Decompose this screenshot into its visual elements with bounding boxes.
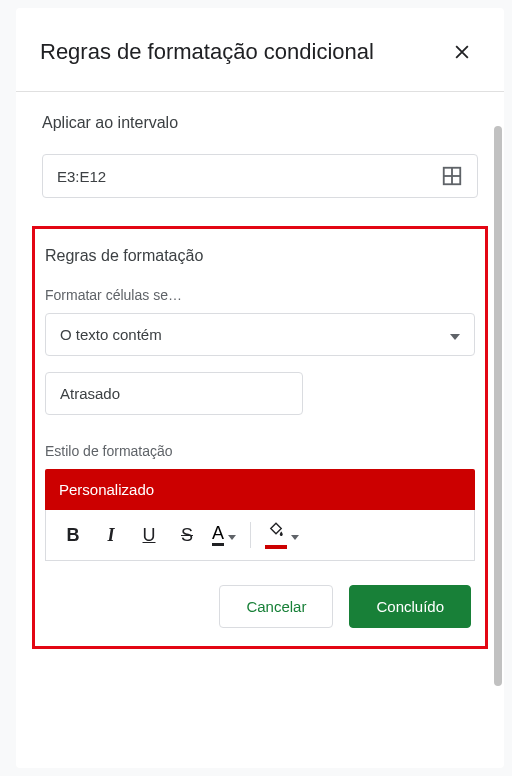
cancel-button[interactable]: Cancelar — [219, 585, 333, 628]
format-rules-section: Regras de formatação Formatar células se… — [32, 226, 488, 649]
chevron-down-icon — [291, 526, 299, 544]
range-field[interactable] — [42, 154, 478, 198]
underline-button[interactable]: U — [132, 518, 166, 552]
toolbar-divider — [250, 522, 251, 548]
close-icon — [452, 44, 472, 66]
conditional-format-panel: Regras de formatação condicional Aplicar… — [16, 8, 504, 768]
fill-color-icon — [265, 521, 287, 549]
format-if-label: Formatar células se… — [45, 287, 475, 303]
condition-dropdown[interactable]: O texto contém — [45, 313, 475, 356]
format-toolbar: B I U S A — [45, 510, 475, 561]
done-button[interactable]: Concluído — [349, 585, 471, 628]
chevron-down-icon — [228, 526, 236, 544]
panel-title: Regras de formatação condicional — [40, 37, 374, 67]
grid-icon — [441, 173, 463, 190]
strikethrough-button[interactable]: S — [170, 518, 204, 552]
italic-button[interactable]: I — [94, 518, 128, 552]
fill-color-button[interactable] — [261, 521, 303, 549]
chevron-down-icon — [450, 326, 460, 343]
close-button[interactable] — [444, 38, 480, 71]
style-preset-chip[interactable]: Personalizado — [45, 469, 475, 510]
apply-range-label: Aplicar ao intervalo — [42, 114, 478, 132]
scrollbar[interactable] — [494, 126, 502, 746]
action-buttons: Cancelar Concluído — [45, 585, 475, 628]
style-label: Estilo de formatação — [45, 443, 475, 459]
style-preset-label: Personalizado — [59, 481, 154, 498]
condition-value-input[interactable] — [45, 372, 303, 415]
scrollbar-thumb[interactable] — [494, 126, 502, 686]
condition-selected: O texto contém — [60, 326, 162, 343]
range-input[interactable] — [57, 168, 441, 185]
format-rules-title: Regras de formatação — [45, 247, 475, 265]
panel-content: Aplicar ao intervalo Regras de formataçã… — [16, 92, 504, 669]
text-color-icon: A — [212, 524, 224, 546]
bold-button[interactable]: B — [56, 518, 90, 552]
select-range-button[interactable] — [441, 165, 463, 187]
text-color-button[interactable]: A — [208, 524, 240, 546]
panel-header: Regras de formatação condicional — [16, 8, 504, 92]
